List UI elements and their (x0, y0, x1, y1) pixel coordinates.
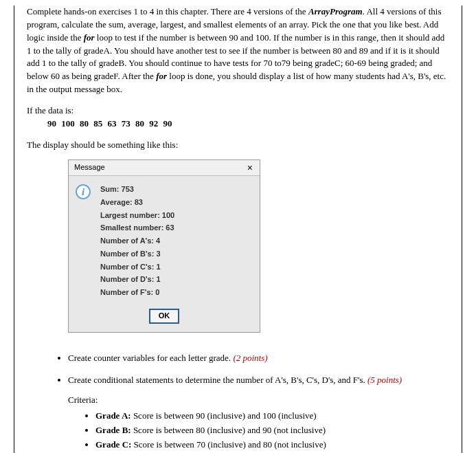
text: Create conditional statements to determi… (68, 375, 367, 385)
line-count-b: Number of B's: 3 (100, 247, 174, 261)
ok-button[interactable]: OK (149, 309, 180, 324)
grade-label: Grade A: (95, 410, 131, 421)
data-values: 90 100 80 85 63 73 80 92 90 (27, 118, 449, 131)
list-item: Grade B: Score is between 80 (inclusive)… (95, 424, 449, 437)
line-count-f: Number of F's: 0 (100, 286, 174, 299)
list-item: Create conditional statements to determi… (68, 374, 449, 453)
info-icon: i (76, 184, 91, 199)
message-dialog: Message × i Sum: 753 Average: 83 Largest… (68, 159, 260, 332)
points-label: (5 points) (367, 375, 402, 385)
grade-label: Grade B: (95, 425, 131, 435)
dialog-footer: OK (69, 305, 260, 332)
points-label: (2 points) (233, 353, 267, 363)
line-sum: Sum: 753 (100, 183, 174, 196)
line-smallest: Smallest number: 63 (100, 221, 174, 234)
criteria-heading: Criteria: (68, 394, 449, 407)
list-item: Create counter variables for each letter… (68, 352, 449, 365)
text: Score is between 70 (inclusive) and 80 (… (131, 439, 326, 450)
line-largest: Largest number: 100 (100, 209, 174, 222)
grade-label: Grade C: (95, 439, 131, 450)
line-average: Average: 83 (100, 196, 174, 209)
list-item: Grade C: Score is between 70 (inclusive)… (95, 439, 449, 452)
keyword-for: for (156, 71, 167, 81)
data-label: If the data is: (27, 104, 449, 118)
line-count-a: Number of A's: 4 (100, 234, 174, 247)
line-count-d: Number of D's: 1 (100, 273, 174, 286)
dialog-title: Message (74, 162, 105, 173)
criteria-list: Grade A: Score is between 90 (inclusive)… (68, 410, 449, 453)
list-item: Grade A: Score is between 90 (inclusive)… (95, 410, 449, 423)
dialog-text: Sum: 753 Average: 83 Largest number: 100… (100, 183, 174, 298)
text: Create counter variables for each letter… (68, 353, 233, 363)
close-icon[interactable]: × (245, 163, 256, 173)
line-count-c: Number of C's: 1 (100, 261, 174, 274)
program-name: ArrayProgram (308, 6, 363, 16)
text: Score is between 80 (inclusive) and 90 (… (131, 425, 326, 435)
text: Complete hands-on exercises 1 to 4 in th… (27, 6, 308, 16)
dialog-titlebar: Message × (69, 160, 260, 176)
text: Score is between 90 (inclusive) and 100 … (131, 410, 317, 421)
instruction-paragraph: Complete hands-on exercises 1 to 4 in th… (27, 5, 449, 96)
page-content: Complete hands-on exercises 1 to 4 in th… (14, 5, 462, 453)
data-block: If the data is: 90 100 80 85 63 73 80 92… (27, 104, 449, 131)
dialog-body: i Sum: 753 Average: 83 Largest number: 1… (69, 176, 260, 304)
display-intro: The display should be something like thi… (27, 139, 449, 152)
keyword-for: for (84, 32, 95, 43)
task-list: Create counter variables for each letter… (27, 352, 449, 454)
